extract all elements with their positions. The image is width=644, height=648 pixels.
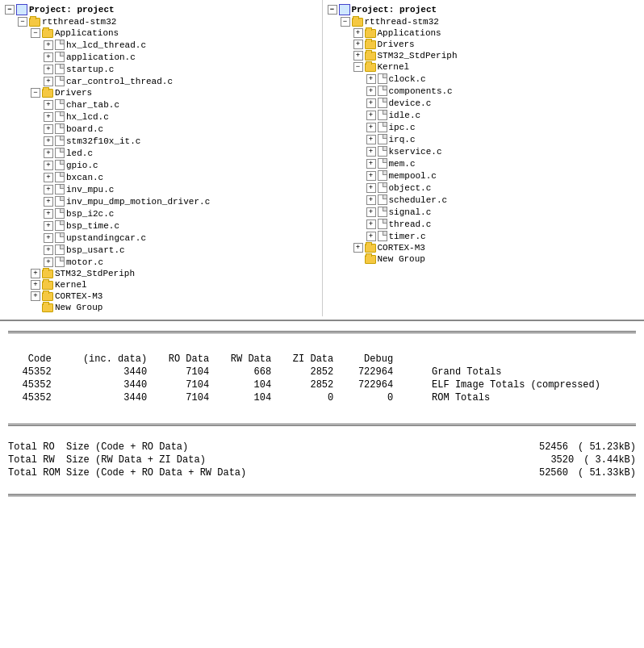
total-rw-kb: ( 3.44kB) xyxy=(583,454,636,466)
right-drivers-folder-icon xyxy=(365,40,376,49)
cell-rwdata: 104 xyxy=(215,391,278,404)
expand-icon[interactable]: + xyxy=(44,161,53,170)
right-drivers-label: Drivers xyxy=(378,40,415,49)
expand-icon[interactable]: + xyxy=(366,207,376,217)
expand-icon[interactable]: + xyxy=(44,52,53,62)
expand-icon[interactable]: + xyxy=(44,221,53,231)
right-kernel-folder-icon xyxy=(365,63,376,72)
file-icon xyxy=(378,231,387,241)
expand-icon[interactable]: + xyxy=(366,195,376,205)
stats-section: Code (inc. data) RO Data RW Data ZI Data… xyxy=(0,321,644,506)
list-item: +irq.c xyxy=(366,133,640,145)
file-icon xyxy=(55,220,65,231)
left-root-children: − Applications +hx_lcd_thread.c +applica… xyxy=(18,27,317,313)
left-stm32-folder-icon xyxy=(42,270,53,278)
right-cortex-expand[interactable]: + xyxy=(353,243,363,253)
total-row-ro: Total RO Size (Code + RO Data) 52456 ( 5… xyxy=(8,441,636,454)
right-project-title: Project: project xyxy=(352,5,437,15)
left-project-expand[interactable]: − xyxy=(5,5,15,15)
expand-icon[interactable]: + xyxy=(366,232,376,241)
list-item: +char_tab.c xyxy=(44,98,317,111)
total-ro-value: 52456 xyxy=(539,441,568,453)
right-tree-root: − rtthread-stm32 + Applications + Driver… xyxy=(328,16,640,265)
total-rw-value: 3520 xyxy=(550,454,574,466)
total-row-rw: Total RW Size (RW Data + ZI Data) 3520 (… xyxy=(8,454,636,466)
expand-icon[interactable]: + xyxy=(44,65,53,74)
expand-icon[interactable]: + xyxy=(44,173,53,182)
expand-icon[interactable]: + xyxy=(44,40,53,50)
left-drivers-expand[interactable]: − xyxy=(31,88,40,98)
expand-icon[interactable]: + xyxy=(366,111,376,120)
file-icon xyxy=(378,194,387,205)
expand-icon[interactable]: + xyxy=(44,185,53,194)
list-item: +stm32f10x_it.c xyxy=(44,135,317,147)
expand-icon[interactable]: + xyxy=(366,219,376,229)
expand-icon[interactable]: + xyxy=(366,135,376,144)
list-item: +bsp_usart.c xyxy=(44,244,317,256)
cell-zidata: 2852 xyxy=(278,378,340,391)
file-icon xyxy=(55,208,65,219)
left-stm32-expand[interactable]: + xyxy=(31,269,40,278)
list-item: +inv_mpu_dmp_motion_driver.c xyxy=(44,195,317,207)
left-cortex-group: + CORTEX-M3 xyxy=(31,291,317,302)
expand-icon[interactable]: + xyxy=(44,233,53,243)
expand-icon[interactable]: + xyxy=(366,183,376,193)
file-icon xyxy=(55,76,65,86)
expand-icon[interactable]: + xyxy=(366,123,376,132)
expand-icon[interactable]: + xyxy=(366,147,376,157)
cell-label: ELF Image Totals (compressed) xyxy=(425,378,636,391)
right-root-expand[interactable]: − xyxy=(341,17,350,27)
list-item: +ipc.c xyxy=(366,121,640,133)
expand-icon[interactable]: + xyxy=(366,159,376,169)
expand-icon[interactable]: + xyxy=(366,171,376,181)
list-item: +clock.c xyxy=(366,73,640,85)
expand-icon[interactable]: + xyxy=(366,86,376,96)
left-tree-root: − rtthread-stm32 − Applications +hx_lcd_… xyxy=(5,16,317,313)
expand-icon[interactable]: + xyxy=(44,77,53,86)
col-code-header: Code xyxy=(8,353,65,366)
total-rw-label: Total RW Size (RW Data + ZI Data) xyxy=(8,454,206,466)
stats-table: Code (inc. data) RO Data RW Data ZI Data… xyxy=(8,353,636,404)
right-kernel-children: +clock.c +components.c +device.c +idle.c… xyxy=(353,73,640,242)
expand-icon[interactable]: + xyxy=(44,257,53,267)
left-kernel-folder-icon xyxy=(42,281,53,290)
file-icon xyxy=(55,160,65,170)
list-item: +motor.c xyxy=(44,256,317,268)
right-applications-expand[interactable]: + xyxy=(353,28,363,38)
left-drivers-group: − Drivers xyxy=(31,87,317,98)
right-applications-folder-icon xyxy=(365,29,376,38)
left-cortex-expand[interactable]: + xyxy=(31,291,40,301)
expand-icon[interactable]: + xyxy=(44,148,53,158)
expand-icon[interactable]: + xyxy=(44,197,53,207)
right-drivers-expand[interactable]: + xyxy=(353,40,363,49)
total-ro-label: Total RO Size (Code + RO Data) xyxy=(8,441,188,453)
right-project-expand[interactable]: − xyxy=(328,5,337,15)
left-root-label: rtthread-stm32 xyxy=(42,17,116,27)
expand-icon[interactable]: + xyxy=(44,112,53,122)
right-kernel-expand[interactable]: − xyxy=(353,62,363,72)
left-applications-expand[interactable]: − xyxy=(31,28,40,38)
expand-icon[interactable]: + xyxy=(366,98,376,108)
left-root-expand[interactable]: − xyxy=(18,17,27,27)
right-cortex-group: + CORTEX-M3 xyxy=(353,242,640,253)
file-icon xyxy=(55,257,65,267)
file-icon xyxy=(55,196,65,207)
left-stm32-group: + STM32_StdPeriph xyxy=(31,268,317,279)
right-applications-group: + Applications xyxy=(353,27,640,39)
left-newgroup-label: New Group xyxy=(55,303,102,312)
expand-icon[interactable]: + xyxy=(44,124,53,134)
expand-icon[interactable]: + xyxy=(44,100,53,110)
expand-icon[interactable]: + xyxy=(44,136,53,146)
file-icon xyxy=(378,110,387,120)
file-icon xyxy=(378,219,387,229)
file-icon xyxy=(378,146,387,157)
expand-icon[interactable]: + xyxy=(44,209,53,219)
right-stm32-expand[interactable]: + xyxy=(353,51,363,61)
right-stm32-folder-icon xyxy=(365,52,376,61)
left-kernel-expand[interactable]: + xyxy=(31,280,40,290)
expand-icon[interactable]: + xyxy=(44,245,53,255)
expand-icon[interactable]: + xyxy=(366,74,376,84)
list-item: +scheduler.c xyxy=(366,194,640,206)
cell-debug: 722964 xyxy=(340,366,425,378)
right-newgroup-group: New Group xyxy=(353,253,640,265)
